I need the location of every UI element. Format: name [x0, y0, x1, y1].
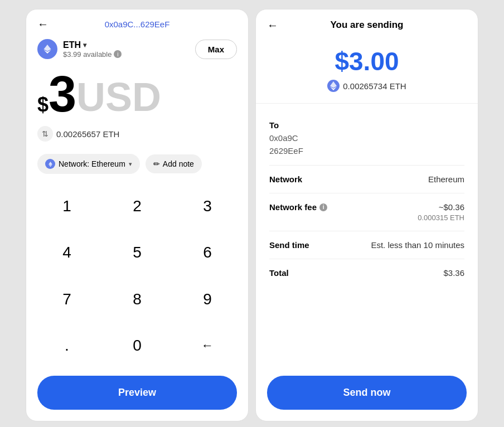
network-button[interactable]: Network: Ethereum ▾ — [37, 154, 140, 174]
token-row: ETH ▾ $3.99 available i Max — [26, 35, 248, 64]
key-dot[interactable]: . — [32, 323, 102, 370]
send-amount-section: $3.00 0.00265734 ETH — [256, 38, 478, 104]
to-label: To — [269, 120, 464, 130]
fee-info-icon[interactable]: i — [319, 203, 327, 211]
max-button[interactable]: Max — [195, 40, 237, 59]
balance-info-icon[interactable]: i — [114, 50, 122, 58]
numpad: 1 2 3 4 5 6 7 8 9 . 0 ← — [26, 183, 248, 369]
send-time-label: Send time — [269, 240, 309, 250]
left-back-button[interactable]: ← — [37, 18, 49, 31]
eth-equiv-text: 0.00265657 ETH — [56, 129, 119, 139]
token-info: ETH ▾ $3.99 available i — [37, 39, 122, 59]
key-5[interactable]: 5 — [102, 230, 172, 276]
token-dropdown-icon: ▾ — [83, 41, 86, 49]
action-row: Network: Ethereum ▾ ✏ Add note — [26, 151, 248, 183]
pencil-icon: ✏ — [153, 159, 160, 168]
token-name[interactable]: ETH ▾ — [63, 40, 122, 50]
currency-label: USD — [76, 77, 161, 119]
fee-eth-value: 0.000315 ETH — [418, 213, 464, 222]
total-label: Total — [269, 268, 289, 278]
network-eth-icon — [45, 159, 55, 169]
key-0[interactable]: 0 — [102, 323, 172, 370]
key-4[interactable]: 4 — [32, 230, 102, 276]
send-now-button[interactable]: Send now — [267, 376, 467, 410]
key-3[interactable]: 3 — [172, 183, 243, 230]
key-8[interactable]: 8 — [102, 276, 172, 323]
add-note-button[interactable]: ✏ Add note — [146, 154, 202, 173]
amount-display: $ 3 USD — [26, 64, 248, 123]
wallet-address[interactable]: 0x0a9C...629EeF — [105, 20, 170, 29]
send-eth-amount: 0.00265734 ETH — [343, 81, 406, 91]
network-chevron-icon: ▾ — [129, 161, 132, 168]
key-2[interactable]: 2 — [102, 183, 172, 230]
right-header: ← You are sending — [256, 9, 478, 38]
fee-detail: Network fee i ~$0.36 0.000315 ETH — [269, 193, 464, 231]
to-address: 0x0a9C 2629EeF — [269, 132, 464, 157]
fee-detail-values: ~$0.36 0.000315 ETH — [418, 202, 464, 222]
swap-icon[interactable]: ⇅ — [37, 126, 53, 142]
amount-value: 3 — [49, 69, 76, 119]
send-panel-right: ← You are sending $3.00 0.00265734 ETH T… — [255, 9, 478, 421]
network-detail-label: Network — [269, 174, 302, 184]
to-detail: To 0x0a9C 2629EeF — [269, 113, 464, 166]
key-6[interactable]: 6 — [172, 230, 243, 276]
eth-token-icon — [37, 39, 57, 59]
network-label: Network: Ethereum — [59, 159, 125, 168]
fee-detail-label: Network fee i — [269, 202, 327, 212]
network-detail: Network Ethereum — [269, 166, 464, 193]
network-detail-value: Ethereum — [428, 174, 464, 184]
eth-equivalent-row: ⇅ 0.00265657 ETH — [26, 123, 248, 151]
add-note-label: Add note — [163, 159, 194, 168]
token-balance: $3.99 available i — [63, 50, 122, 59]
total-detail: Total $3.36 — [269, 259, 464, 287]
right-back-button[interactable]: ← — [267, 19, 278, 32]
dollar-sign: $ — [37, 95, 49, 119]
send-time-value: Est. less than 10 minutes — [371, 240, 464, 250]
send-eth-row: 0.00265734 ETH — [327, 80, 406, 92]
send-eth-icon — [327, 80, 340, 92]
key-1[interactable]: 1 — [32, 183, 102, 230]
send-time-detail: Send time Est. less than 10 minutes — [269, 231, 464, 259]
details-section: To 0x0a9C 2629EeF Network Ethereum Netwo… — [256, 104, 478, 369]
left-header: ← 0x0a9C...629EeF — [26, 9, 248, 35]
fee-usd-value: ~$0.36 — [418, 202, 464, 212]
token-text: ETH ▾ $3.99 available i — [63, 40, 122, 59]
key-backspace[interactable]: ← — [172, 323, 243, 370]
right-header-title: You are sending — [331, 20, 404, 31]
send-panel-left: ← 0x0a9C...629EeF ETH ▾ $3. — [26, 9, 249, 421]
key-7[interactable]: 7 — [32, 276, 102, 323]
key-9[interactable]: 9 — [172, 276, 243, 323]
send-usd-amount: $3.00 — [335, 46, 399, 76]
preview-button[interactable]: Preview — [37, 376, 237, 410]
total-value: $3.36 — [443, 268, 464, 278]
